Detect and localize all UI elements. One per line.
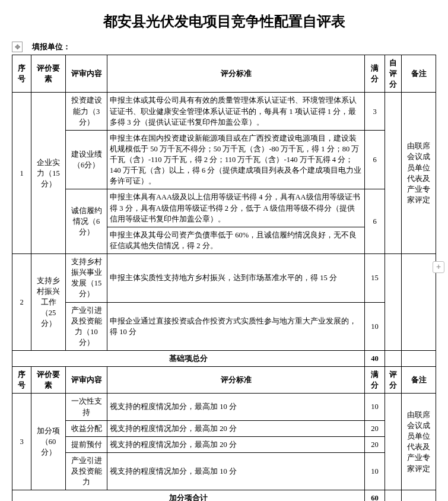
col-criteria: 评分标准	[107, 55, 365, 93]
full-cell: 20	[365, 420, 385, 436]
filler-label: 填报单位：	[32, 42, 71, 52]
full-cell: 10	[365, 394, 385, 420]
col-note: 备注	[402, 367, 436, 394]
table-row: 提前预付 视支持的程度情况加分，最高加 20 分 20	[12, 436, 436, 452]
full-cell: 6	[365, 189, 385, 254]
col-full: 满分	[365, 55, 385, 93]
subtotal-bonus-full: 60	[365, 490, 385, 501]
seq-cell: 1	[12, 93, 31, 254]
table-header-row: 序号 评价要素 评审内容 评分标准 满分 评分 备注	[12, 367, 436, 394]
self-cell[interactable]	[385, 254, 402, 351]
subtotal-bonus-row: 加分项合计 60	[12, 490, 436, 501]
plus-icon[interactable]: +	[433, 261, 444, 273]
full-cell: 20	[365, 436, 385, 452]
col-item: 评审内容	[66, 55, 107, 93]
col-full: 满分	[365, 367, 385, 394]
item-cell: 支持乡村振兴事业发展（15分）	[66, 254, 107, 303]
col-self: 自评分	[385, 55, 402, 93]
evaluation-table: 序号 评价要素 评审内容 评分标准 满分 自评分 备注 1 企业实力（15分） …	[12, 55, 436, 501]
seq-cell: 2	[12, 254, 31, 351]
item-cell: 收益分配	[66, 420, 107, 436]
table-row: 诚信履约情况（6分） 申报主体具有AAA级及以上信用等级证书得 4 分，具有AA…	[12, 189, 436, 227]
note-cell	[402, 254, 436, 351]
note-cell	[402, 490, 436, 501]
self-cell[interactable]	[385, 93, 402, 254]
table-row: 2 支持乡村振兴工作（25分） 支持乡村振兴事业发展（15分） 申报主体实质性支…	[12, 254, 436, 303]
table-row: 收益分配 视支持的程度情况加分，最高加 20 分 20	[12, 420, 436, 436]
seq-cell: 3	[12, 394, 31, 490]
note-cell: 由联席会议成员单位代表及产业专家评定	[402, 394, 436, 490]
full-cell: 3	[365, 93, 385, 130]
col-item: 评审内容	[66, 367, 107, 394]
self-cell[interactable]	[385, 351, 402, 367]
full-cell: 15	[365, 254, 385, 303]
filler-row: ✥ 填报单位：	[12, 42, 436, 52]
table-row: 1 企业实力（15分） 投资建设能力（3分） 申报主体或其母公司具有有效的质量管…	[12, 93, 436, 130]
factor-cell: 企业实力（15分）	[31, 93, 66, 254]
criteria-cell: 申报主体或其母公司具有有效的质量管理体系认证证书、环境管理体系认证证书、职业健康…	[107, 93, 365, 130]
note-cell	[402, 351, 436, 367]
item-cell: 提前预付	[66, 436, 107, 452]
item-cell: 诚信履约情况（6分）	[66, 189, 107, 254]
subtotal-base-full: 40	[365, 351, 385, 367]
page-title: 都安县光伏发电项目竞争性配置自评表	[12, 12, 436, 31]
score-cell[interactable]	[385, 394, 402, 490]
criteria-cell: 申报主体具有AAA级及以上信用等级证书得 4 分，具有AA级信用等级证书得 3 …	[107, 189, 365, 227]
criteria-cell: 申报主体及其母公司资产负债率低于 60%，且诚信履约情况良好，无不良征信或其他失…	[107, 227, 365, 253]
factor-cell: 加分项（60分）	[31, 394, 66, 490]
table-row: 3 加分项（60分） 一次性支持 视支持的程度情况加分，最高加 10 分 10 …	[12, 394, 436, 420]
item-cell: 投资建设能力（3分）	[66, 93, 107, 130]
table-header-row: 序号 评价要素 评审内容 评分标准 满分 自评分 备注	[12, 55, 436, 93]
col-factor: 评价要素	[31, 367, 66, 394]
item-cell: 产业引进及投资能力（10分）	[66, 302, 107, 351]
subtotal-bonus-label: 加分项合计	[12, 490, 365, 501]
criteria-cell: 申报企业通过直接投资或合作投资方式实质性参与地方重大产业发展的，得 10 分	[107, 302, 365, 351]
subtotal-base-label: 基础项总分	[12, 351, 365, 367]
col-seq: 序号	[12, 367, 31, 394]
factor-cell: 支持乡村振兴工作（25分）	[31, 254, 66, 351]
criteria-cell: 视支持的程度情况加分，最高加 20 分	[107, 436, 365, 452]
full-cell: 10	[365, 452, 385, 490]
item-cell: 建设业绩（6分）	[66, 130, 107, 189]
move-arrows-icon[interactable]: ✥	[12, 42, 23, 52]
criteria-cell: 申报主体在国内投资建设新能源项目或在广西投资建设电源项目，建设装机规模低于 50…	[107, 130, 365, 189]
criteria-cell: 视支持的程度情况加分，最高加 20 分	[107, 420, 365, 436]
table-row: 产业引进及投资能力 视支持的程度情况加分，最高加 10 分 10	[12, 452, 436, 490]
item-cell: 产业引进及投资能力	[66, 452, 107, 490]
criteria-cell: 视支持的程度情况加分，最高加 10 分	[107, 452, 365, 490]
score-cell[interactable]	[385, 490, 402, 501]
full-cell: 6	[365, 130, 385, 189]
table-row: 建设业绩（6分） 申报主体在国内投资建设新能源项目或在广西投资建设电源项目，建设…	[12, 130, 436, 189]
col-score: 评分	[385, 367, 402, 394]
col-note: 备注	[402, 55, 436, 93]
item-cell: 一次性支持	[66, 394, 107, 420]
note-cell: 由联席会议成员单位代表及产业专家评定	[402, 93, 436, 254]
subtotal-base-row: 基础项总分 40	[12, 351, 436, 367]
criteria-cell: 视支持的程度情况加分，最高加 10 分	[107, 394, 365, 420]
criteria-cell: 申报主体实质性支持地方乡村振兴，达到市场基准水平的，得 15 分	[107, 254, 365, 303]
col-factor: 评价要素	[31, 55, 66, 93]
col-seq: 序号	[12, 55, 31, 93]
table-row: 产业引进及投资能力（10分） 申报企业通过直接投资或合作投资方式实质性参与地方重…	[12, 302, 436, 351]
full-cell: 10	[365, 302, 385, 351]
col-criteria: 评分标准	[107, 367, 365, 394]
